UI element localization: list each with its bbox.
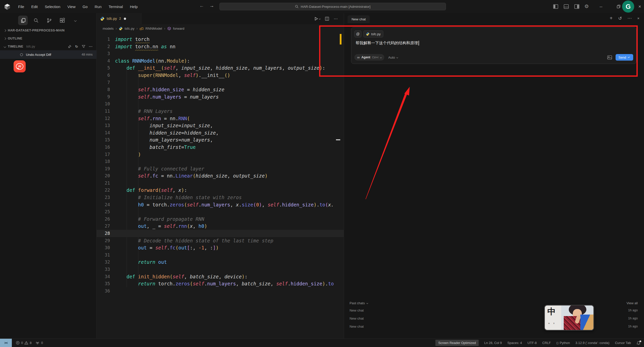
line-number[interactable]: 31 bbox=[97, 251, 110, 259]
screen-reader-indicator[interactable]: Screen Reader Optimized bbox=[435, 340, 479, 346]
chat-input-card[interactable]: @ tsfc.py 帮我解释一下这个代码的结构和原理 ∞ Agent Ctrl+… bbox=[351, 27, 636, 64]
breadcrumb-file[interactable]: tsfc.py bbox=[125, 27, 134, 30]
line-number[interactable]: 10 bbox=[97, 100, 110, 108]
line-number[interactable]: 32 bbox=[97, 258, 110, 266]
code-line[interactable]: 3 bbox=[97, 50, 344, 57]
line-number[interactable]: 8 bbox=[97, 86, 110, 93]
menu-run[interactable]: Run bbox=[91, 3, 105, 10]
line-number[interactable]: 7 bbox=[97, 79, 110, 86]
line-number[interactable]: 16 bbox=[97, 144, 110, 151]
cursor-position-indicator[interactable]: Ln 28, Col 9 bbox=[484, 341, 502, 345]
line-number[interactable]: 26 bbox=[97, 215, 110, 223]
view-all-link[interactable]: View all bbox=[626, 301, 638, 305]
code-line[interactable]: 22 def forward(self, x): bbox=[97, 187, 344, 194]
ai-assistant-badge[interactable]: AI bbox=[14, 60, 26, 72]
explorer-icon[interactable] bbox=[18, 16, 28, 25]
eol-indicator[interactable]: CRLF bbox=[542, 341, 551, 345]
code-line[interactable]: 29 # Decode the hidden state of the last… bbox=[97, 237, 344, 244]
line-number[interactable]: 5 bbox=[97, 64, 110, 72]
code-line[interactable]: 2import torch.nn as nn bbox=[97, 43, 344, 50]
source-control-icon[interactable] bbox=[44, 16, 54, 25]
code-line[interactable]: 12 self.rnn = nn.RNN( bbox=[97, 115, 344, 122]
window-minimize-button[interactable]: ─ bbox=[595, 0, 607, 13]
editor-more-actions-icon[interactable]: ⋯ bbox=[334, 16, 338, 21]
python-interpreter-indicator[interactable]: 3.12.9 ('.conda': conda) bbox=[576, 341, 610, 345]
past-chat-item[interactable]: New chat 1h ago bbox=[344, 314, 644, 322]
menu-go[interactable]: Go bbox=[79, 3, 91, 10]
code-line[interactable]: 5 def __init__(self, input_size, hidden_… bbox=[97, 64, 344, 72]
menu-file[interactable]: File bbox=[15, 3, 28, 10]
past-chats-label[interactable]: Past chats bbox=[350, 301, 365, 305]
code-line[interactable]: 16 batch_first=True bbox=[97, 144, 344, 151]
menu-view[interactable]: View bbox=[64, 3, 79, 10]
code-line[interactable]: 7 bbox=[97, 79, 344, 86]
search-view-icon[interactable] bbox=[31, 16, 41, 25]
line-number[interactable]: 36 bbox=[97, 287, 110, 295]
remote-indicator[interactable]: >< bbox=[0, 339, 12, 347]
menu-help[interactable]: Help bbox=[126, 3, 141, 10]
line-number[interactable]: 12 bbox=[97, 115, 110, 122]
chat-history-icon[interactable]: ↺ bbox=[618, 16, 622, 21]
code-line[interactable]: 20 self.fc = nn.Linear(hidden_size, outp… bbox=[97, 172, 344, 180]
code-line[interactable]: 36 bbox=[97, 287, 344, 295]
line-number[interactable]: 34 bbox=[97, 273, 110, 280]
new-chat-plus-icon[interactable]: + bbox=[610, 15, 613, 21]
code-line[interactable]: 35 return torch.zeros(self.num_layers, b… bbox=[97, 280, 344, 287]
code-line[interactable]: 1import torch bbox=[97, 36, 344, 43]
line-number[interactable]: 14 bbox=[97, 129, 110, 137]
add-context-button[interactable]: @ bbox=[354, 30, 361, 37]
refresh-icon[interactable]: ↻ bbox=[75, 45, 78, 49]
chat-more-icon[interactable]: ⋯ bbox=[627, 16, 632, 21]
code-line[interactable]: 30 out = self.fc(out[:, -1, :]) bbox=[97, 244, 344, 251]
line-number[interactable]: 24 bbox=[97, 201, 110, 208]
run-python-button[interactable] bbox=[315, 17, 320, 21]
line-number[interactable]: 22 bbox=[97, 187, 110, 194]
line-number[interactable]: 18 bbox=[97, 158, 110, 165]
line-number[interactable]: 19 bbox=[97, 165, 110, 172]
code-line[interactable]: 8 self.hidden_size = hidden_size bbox=[97, 86, 344, 93]
line-number[interactable]: 3 bbox=[97, 50, 110, 57]
line-number[interactable]: 13 bbox=[97, 122, 110, 129]
code-line[interactable]: 28 bbox=[97, 230, 344, 237]
line-number[interactable]: 15 bbox=[97, 136, 110, 144]
line-number[interactable]: 29 bbox=[97, 237, 110, 244]
split-editor-icon[interactable] bbox=[325, 17, 329, 21]
past-chat-item[interactable]: New chat 1h ago bbox=[344, 322, 644, 330]
sidebar-section-project[interactable]: HAR-DATASET-PREPROCESS-MAIN bbox=[0, 27, 97, 34]
code-line[interactable]: 19 # Fully connected layer bbox=[97, 165, 344, 172]
code-line[interactable]: 17 ) bbox=[97, 151, 344, 158]
code-line[interactable]: 27 out, _ = self.rnn(x, h0) bbox=[97, 223, 344, 230]
line-number[interactable]: 30 bbox=[97, 244, 110, 251]
line-number[interactable]: 21 bbox=[97, 180, 110, 187]
code-line[interactable]: 33 bbox=[97, 266, 344, 273]
code-line[interactable]: 14 hidden_size=hidden_size, bbox=[97, 129, 344, 137]
line-number[interactable]: 4 bbox=[97, 57, 110, 65]
line-number[interactable]: 28 bbox=[97, 230, 110, 237]
activity-more-chevron-icon[interactable] bbox=[70, 16, 80, 25]
code-editor[interactable]: 1import torch2import torch.nn as nn34cla… bbox=[97, 33, 344, 338]
chat-close-icon[interactable]: × bbox=[637, 16, 639, 20]
grammarly-icon[interactable]: G bbox=[622, 1, 634, 13]
pin-icon[interactable] bbox=[68, 45, 71, 48]
line-number[interactable]: 17 bbox=[97, 151, 110, 158]
code-line[interactable]: 10 bbox=[97, 100, 344, 108]
menu-selection[interactable]: Selection bbox=[41, 3, 64, 10]
chat-message-input[interactable]: 帮我解释一下这个代码的结构和原理 bbox=[356, 40, 419, 46]
line-number[interactable]: 20 bbox=[97, 172, 110, 180]
extensions-icon[interactable] bbox=[57, 16, 67, 25]
line-number[interactable]: 35 bbox=[97, 280, 110, 287]
breadcrumb-folder[interactable]: models bbox=[103, 27, 114, 30]
menu-terminal[interactable]: Terminal bbox=[105, 3, 127, 10]
nav-forward-button[interactable]: → bbox=[209, 3, 214, 9]
line-number[interactable]: 6 bbox=[97, 72, 110, 79]
breadcrumb-class[interactable]: RNNModel bbox=[145, 27, 162, 30]
attach-image-icon[interactable] bbox=[607, 55, 612, 60]
code-line[interactable]: 11 # RNN Layers bbox=[97, 108, 344, 115]
line-number[interactable]: 2 bbox=[97, 43, 110, 50]
line-number[interactable]: 1 bbox=[97, 36, 110, 43]
timeline-item-undo-accept-diff[interactable]: Undo Accept Diff 48 mins bbox=[0, 50, 97, 59]
code-line[interactable]: 4class RNNModel(nn.Module): bbox=[97, 57, 344, 65]
model-selector[interactable]: Auto bbox=[388, 56, 398, 59]
menu-edit[interactable]: Edit bbox=[28, 3, 41, 10]
code-line[interactable]: 23 # Initialize hidden state with zeros bbox=[97, 194, 344, 201]
